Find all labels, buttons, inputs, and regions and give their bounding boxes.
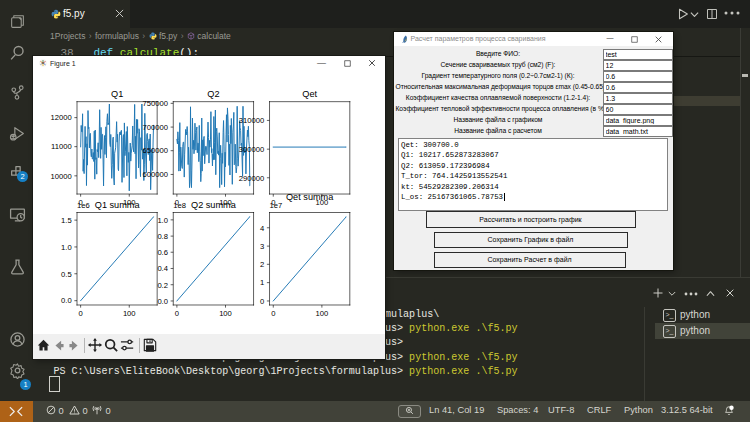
svg-text:3: 3	[260, 241, 264, 250]
svg-text:0.2: 0.2	[157, 280, 168, 289]
svg-text:1.0: 1.0	[61, 242, 72, 251]
svg-text:0: 0	[175, 308, 179, 317]
svg-text:1.0: 1.0	[157, 215, 168, 224]
svg-text:0.6: 0.6	[157, 247, 168, 256]
svg-text:100: 100	[123, 308, 136, 317]
svg-text:1e7: 1e7	[270, 201, 283, 210]
svg-text:1e6: 1e6	[77, 201, 90, 210]
svg-text:0: 0	[79, 308, 83, 317]
svg-text:0.0: 0.0	[61, 296, 72, 305]
svg-text:1: 1	[260, 278, 264, 287]
svg-text:0: 0	[271, 308, 275, 317]
svg-text:10000: 10000	[51, 171, 72, 180]
svg-text:1.5: 1.5	[61, 215, 72, 224]
svg-text:310000: 310000	[239, 116, 264, 125]
svg-text:Qet summa: Qet summa	[286, 192, 334, 202]
svg-text:Q2 summa: Q2 summa	[191, 199, 237, 209]
svg-text:100: 100	[219, 308, 232, 317]
svg-text:700000: 700000	[143, 122, 168, 131]
svg-text:650000: 650000	[143, 146, 168, 155]
svg-text:1e8: 1e8	[173, 201, 186, 210]
svg-text:600000: 600000	[143, 170, 168, 179]
svg-text:11000: 11000	[51, 142, 72, 151]
svg-text:Q2: Q2	[207, 89, 219, 99]
svg-text:750000: 750000	[143, 99, 168, 108]
svg-text:Qet: Qet	[302, 89, 317, 99]
svg-text:300000: 300000	[239, 144, 264, 153]
svg-text:0.4: 0.4	[157, 264, 168, 273]
svg-text:0.8: 0.8	[157, 231, 168, 240]
svg-text:12000: 12000	[51, 113, 72, 122]
svg-text:290000: 290000	[239, 173, 264, 182]
svg-text:2: 2	[260, 260, 264, 269]
svg-text:0.0: 0.0	[157, 296, 168, 305]
svg-text:100: 100	[316, 308, 329, 317]
svg-text:0.5: 0.5	[61, 269, 72, 278]
svg-text:Q1: Q1	[111, 89, 123, 99]
svg-text:Q1 summa: Q1 summa	[95, 199, 141, 209]
svg-text:0: 0	[260, 296, 264, 305]
